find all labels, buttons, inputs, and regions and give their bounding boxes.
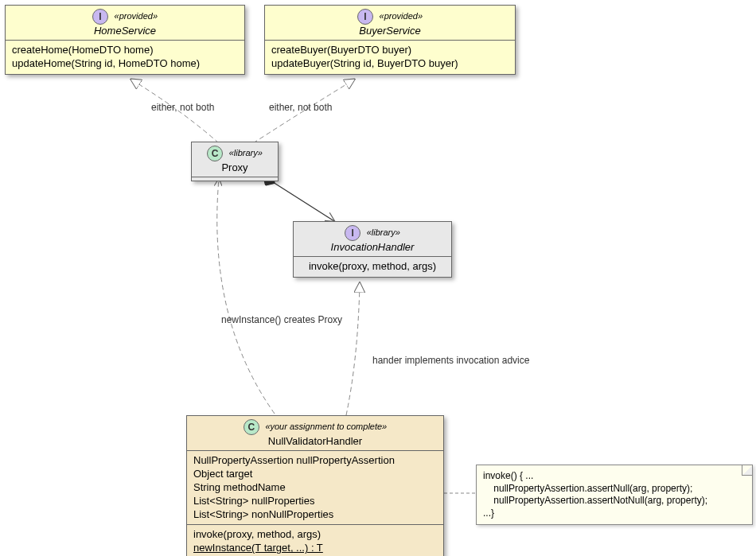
nullvalidator-attrs: NullPropertyAssertion nullPropertyAssert… bbox=[187, 451, 443, 525]
invocationhandler-stereo: «library» bbox=[367, 227, 400, 237]
invocationhandler-interface: I «library» InvocationHandler invoke(pro… bbox=[293, 221, 452, 278]
method-row: newInstance(T target, ...) : T bbox=[193, 542, 437, 555]
attr-row: NullPropertyAssertion nullPropertyAssert… bbox=[193, 454, 437, 468]
label-either-right: either, not both bbox=[269, 102, 332, 113]
method-row: createHome(HomeDTO home) bbox=[12, 44, 238, 57]
homeservice-title: I «provided» HomeService bbox=[6, 6, 244, 41]
nullvalidator-class: C «your assignment to complete» NullVali… bbox=[186, 415, 444, 556]
interface-icon: I bbox=[345, 225, 360, 241]
homeservice-methods: createHome(HomeDTO home) updateHome(Stri… bbox=[6, 41, 244, 74]
buyerservice-name: BuyerService bbox=[359, 25, 420, 37]
homeservice-interface: I «provided» HomeService createHome(Home… bbox=[5, 5, 245, 75]
invocationhandler-methods: invoke(proxy, method, args) bbox=[294, 257, 451, 277]
nullvalidator-title: C «your assignment to complete» NullVali… bbox=[187, 416, 443, 451]
buyerservice-interface: I «provided» BuyerService createBuyer(Bu… bbox=[264, 5, 516, 75]
method-row: createBuyer(BuyerDTO buyer) bbox=[271, 44, 509, 57]
nullvalidator-name: NullValidatorHandler bbox=[268, 435, 362, 447]
method-row: updateHome(String id, HomeDTO home) bbox=[12, 57, 238, 71]
interface-icon: I bbox=[92, 9, 108, 25]
note-line: invoke() { ... bbox=[483, 470, 746, 483]
invocationhandler-name: InvocationHandler bbox=[331, 241, 415, 253]
attr-row: List<String> nonNullProperties bbox=[193, 508, 437, 522]
interface-icon: I bbox=[357, 9, 373, 25]
note-box: invoke() { ... nullPropertyAssertion.ass… bbox=[476, 465, 753, 525]
method-row: invoke(proxy, method, args) bbox=[193, 528, 437, 542]
nullvalidator-methods: invoke(proxy, method, args) newInstance(… bbox=[187, 525, 443, 556]
homeservice-stereo: «provided» bbox=[115, 11, 158, 21]
method-row: invoke(proxy, method, args) bbox=[300, 260, 445, 274]
label-newinstance: newInstance() creates Proxy bbox=[221, 314, 342, 325]
note-line: ...} bbox=[483, 507, 746, 520]
buyerservice-methods: createBuyer(BuyerDTO buyer) updateBuyer(… bbox=[265, 41, 515, 74]
proxy-class: C «library» Proxy bbox=[191, 142, 279, 181]
proxy-stereo: «library» bbox=[229, 148, 263, 157]
note-line: nullPropertyAssertion.assertNull(arg, pr… bbox=[483, 483, 746, 496]
nullvalidator-stereo: «your assignment to complete» bbox=[265, 422, 387, 431]
proxy-title: C «library» Proxy bbox=[192, 142, 278, 177]
method-row: updateBuyer(String id, BuyerDTO buyer) bbox=[271, 57, 509, 71]
note-fold-icon bbox=[742, 465, 752, 476]
buyerservice-stereo: «provided» bbox=[380, 11, 423, 21]
invocationhandler-title: I «library» InvocationHandler bbox=[294, 222, 451, 257]
proxy-name: Proxy bbox=[221, 161, 247, 173]
homeservice-name: HomeService bbox=[94, 25, 156, 37]
class-icon: C bbox=[244, 419, 259, 435]
buyerservice-title: I «provided» BuyerService bbox=[265, 6, 515, 41]
label-either-left: either, not both bbox=[151, 102, 214, 113]
label-handler-impl: hander implements invocation advice bbox=[372, 355, 529, 366]
proxy-empty bbox=[192, 177, 278, 181]
note-line: nullPropertyAssertion.assertNotNull(arg,… bbox=[483, 495, 746, 507]
attr-row: String methodName bbox=[193, 481, 437, 495]
class-icon: C bbox=[207, 146, 223, 161]
attr-row: Object target bbox=[193, 468, 437, 481]
attr-row: List<String> nullProperties bbox=[193, 495, 437, 508]
